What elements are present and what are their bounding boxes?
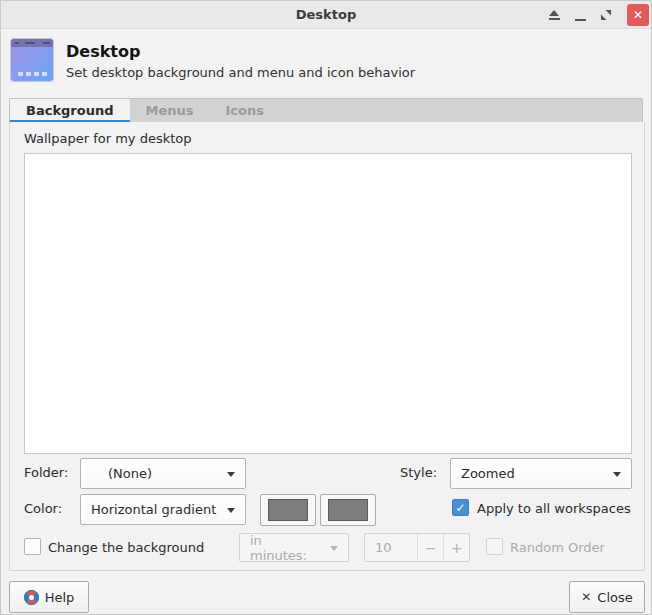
interval-unit-value: in minutes: — [250, 533, 322, 563]
style-dropdown[interactable]: Zoomed — [450, 458, 632, 489]
titlebar: Desktop ✕ — [1, 1, 651, 29]
help-button-label: Help — [45, 590, 75, 605]
window-controls: ✕ — [547, 1, 649, 29]
change-background-checkbox[interactable] — [24, 538, 41, 555]
apply-all-workspaces-checkbox[interactable]: ✓ — [452, 499, 469, 516]
wallpaper-list[interactable] — [24, 153, 632, 454]
interval-unit-dropdown: in minutes: — [239, 533, 349, 562]
spinner-increment-button: + — [443, 534, 469, 561]
color-swatch-button-2[interactable] — [320, 494, 376, 526]
random-order-label: Random Order — [510, 540, 605, 555]
tab-background[interactable]: Background — [10, 99, 130, 122]
restore-icon[interactable] — [599, 7, 613, 23]
color-swatch-button-1[interactable] — [260, 494, 316, 526]
restore-icon-glyph — [600, 9, 612, 21]
folder-dropdown[interactable]: (None) — [80, 458, 246, 489]
color-mode-dropdown-value: Horizontal gradient — [91, 502, 216, 517]
page-subtitle: Set desktop background and menu and icon… — [66, 65, 415, 80]
close-button[interactable]: ✕ Close — [569, 581, 645, 613]
folder-dropdown-value: (None) — [108, 466, 152, 481]
tab-icons[interactable]: Icons — [210, 99, 280, 122]
desktop-preferences-window: Desktop ✕ Desktop Set desktop backgr — [0, 0, 652, 615]
background-tab-panel: Wallpaper for my desktop Folder: (None) … — [9, 122, 645, 571]
close-window-button[interactable]: ✕ — [627, 4, 649, 26]
chevron-down-icon — [613, 472, 621, 477]
shade-icon-bar — [549, 18, 560, 20]
close-x-icon: ✕ — [581, 590, 591, 604]
shade-icon-triangle — [549, 10, 559, 16]
folder-label: Folder: — [24, 465, 68, 480]
page-title: Desktop — [66, 42, 140, 61]
help-lifebuoy-icon — [24, 590, 39, 605]
interval-spinner: 10 − + — [364, 533, 470, 562]
color-mode-dropdown[interactable]: Horizontal gradient — [80, 494, 246, 525]
color-swatch-1 — [268, 499, 308, 521]
help-button[interactable]: Help — [9, 581, 89, 613]
tab-menus[interactable]: Menus — [130, 99, 210, 122]
desktop-app-icon — [11, 39, 53, 81]
style-label: Style: — [400, 465, 437, 480]
style-dropdown-value: Zoomed — [461, 466, 515, 481]
chevron-down-icon — [330, 546, 338, 551]
color-swatch-2 — [328, 499, 368, 521]
chevron-down-icon — [227, 472, 235, 477]
apply-all-workspaces-label[interactable]: Apply to all workspaces — [477, 501, 631, 516]
minimize-icon-bar — [575, 19, 586, 21]
tab-bar: Background Menus Icons — [9, 98, 643, 122]
interval-spinner-value: 10 — [365, 534, 417, 561]
close-button-label: Close — [597, 590, 632, 605]
color-label: Color: — [24, 501, 62, 516]
wallpaper-list-label: Wallpaper for my desktop — [24, 131, 192, 146]
random-order-checkbox — [486, 538, 503, 555]
shade-icon[interactable] — [547, 7, 561, 23]
app-icon-titlebar — [11, 39, 53, 47]
spinner-decrement-button: − — [417, 534, 443, 561]
minimize-icon[interactable] — [573, 7, 587, 23]
app-icon-taskbar-dots — [18, 72, 47, 76]
change-background-label[interactable]: Change the background — [48, 540, 204, 555]
chevron-down-icon — [227, 508, 235, 513]
